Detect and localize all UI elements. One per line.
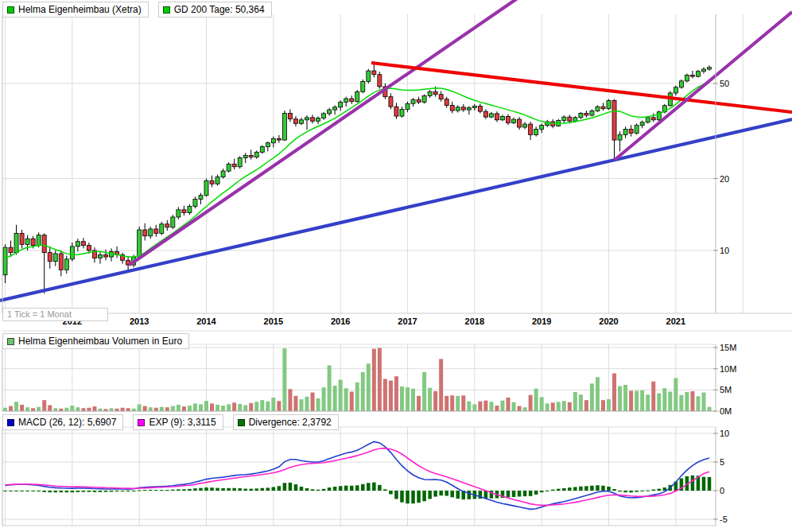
legend-gd200: GD 200 Tage: 50,364 <box>158 2 272 17</box>
exp-line-group <box>6 449 710 506</box>
svg-text:2014: 2014 <box>196 316 216 326</box>
axis-labels: 50201015M10M5M0M1050-5201220132014201520… <box>63 79 737 524</box>
svg-text:2015: 2015 <box>264 316 283 326</box>
price-panel-legend: Helma Eigenheimbau (Xetra) GD 200 Tage: … <box>2 2 272 17</box>
svg-text:2019: 2019 <box>532 316 551 326</box>
svg-text:5: 5 <box>720 457 724 467</box>
svg-text:2017: 2017 <box>398 316 417 326</box>
price-series-label: Helma Eigenheimbau (Xetra) <box>18 4 142 15</box>
candlestick-series <box>3 61 712 293</box>
trendline-long-term-support <box>0 119 792 301</box>
svg-text:20: 20 <box>720 174 729 184</box>
svg-text:10M: 10M <box>720 364 736 374</box>
svg-text:50: 50 <box>720 79 729 88</box>
price-series-swatch-icon <box>7 6 14 14</box>
exp-label: EXP (9): 3,3115 <box>149 417 215 428</box>
svg-text:0M: 0M <box>720 406 732 416</box>
svg-text:0: 0 <box>720 486 724 495</box>
divergence-swatch-icon <box>238 419 245 426</box>
legend-macd: MACD (26, 12): 5,6907 <box>2 414 123 430</box>
svg-text:10: 10 <box>720 429 729 438</box>
svg-text:-5: -5 <box>720 515 728 524</box>
macd-line <box>6 441 710 509</box>
macd-line-group <box>6 441 710 509</box>
divergence-label: Divergence: 2,3792 <box>249 417 332 428</box>
legend-price-series: Helma Eigenheimbau (Xetra) <box>2 2 149 17</box>
volume-bars <box>3 348 712 411</box>
legend-divergence: Divergence: 2,3792 <box>233 414 339 430</box>
volume-panel-legend: Helma Eigenheimbau Volumen in Euro <box>2 333 189 349</box>
stock-chart-page: 50201015M10M5M0M1050-5201220132014201520… <box>0 0 792 532</box>
exp-swatch-icon <box>138 419 145 426</box>
macd-panel-legend: MACD (26, 12): 5,6907 EXP (9): 3,3115 Di… <box>2 414 339 430</box>
svg-text:5M: 5M <box>720 385 732 394</box>
svg-text:2021: 2021 <box>666 316 685 326</box>
gridlines <box>2 14 743 526</box>
gd200-label: GD 200 Tage: 50,364 <box>174 4 265 15</box>
macd-swatch-icon <box>7 419 14 426</box>
svg-text:15M: 15M <box>720 343 736 352</box>
tick-interval-note: 1 Tick = 1 Monat <box>2 308 108 321</box>
svg-text:10: 10 <box>720 246 729 255</box>
chart-canvas: 50201015M10M5M0M1050-5201220132014201520… <box>0 0 792 532</box>
legend-exp: EXP (9): 3,3115 <box>133 414 223 430</box>
volume-swatch-icon <box>7 338 14 345</box>
svg-text:2016: 2016 <box>331 316 350 326</box>
gd200-swatch-icon <box>163 6 170 14</box>
svg-text:2013: 2013 <box>130 316 149 326</box>
volume-label: Helma Eigenheimbau Volumen in Euro <box>18 336 182 347</box>
legend-volume: Helma Eigenheimbau Volumen in Euro <box>2 333 189 349</box>
macd-label: MACD (26, 12): 5,6907 <box>18 417 116 428</box>
exp-line <box>6 449 710 506</box>
svg-text:2020: 2020 <box>599 316 618 326</box>
trendline-uptrend-from-2020 <box>615 12 792 160</box>
svg-text:2018: 2018 <box>465 316 484 326</box>
